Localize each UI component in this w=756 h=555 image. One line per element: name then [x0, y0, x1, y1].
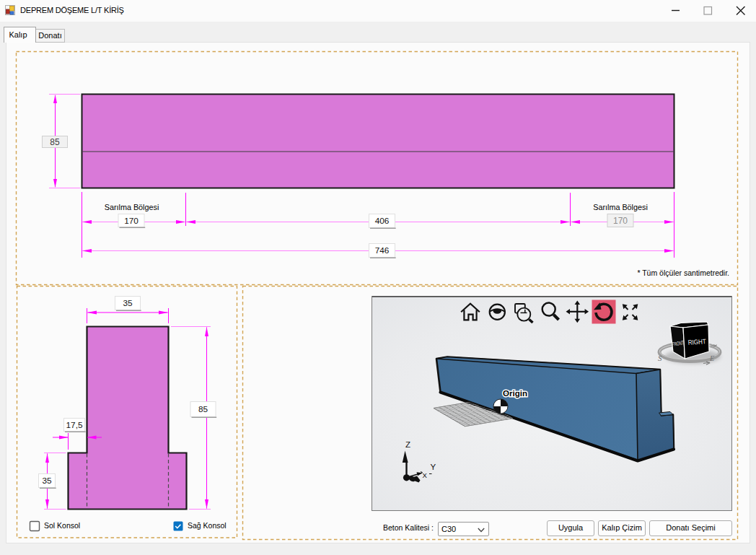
- svg-text:Sarılma Bölgesi: Sarılma Bölgesi: [593, 203, 648, 211]
- svg-text:Y: Y: [431, 463, 436, 471]
- svg-text:746: 746: [375, 245, 390, 255]
- svg-text:Origin: Origin: [503, 389, 527, 398]
- svg-text:* Tüm ölçüler santimetredir.: * Tüm ölçüler santimetredir.: [637, 268, 729, 277]
- svg-text:Sarılma Bölgesi: Sarılma Bölgesi: [105, 203, 159, 211]
- svg-text:X: X: [423, 471, 428, 479]
- svg-text:S: S: [658, 354, 662, 362]
- svg-text:170: 170: [124, 216, 139, 226]
- svg-text:RIGHT: RIGHT: [687, 337, 706, 346]
- svg-text:17,5: 17,5: [66, 420, 83, 430]
- svg-text:170: 170: [613, 216, 628, 226]
- svg-text:35: 35: [123, 298, 133, 308]
- svg-text:Z: Z: [405, 440, 410, 449]
- svg-text:85: 85: [198, 404, 208, 414]
- svg-text:85: 85: [50, 137, 60, 147]
- svg-text:406: 406: [375, 216, 390, 226]
- svg-text:E: E: [709, 354, 714, 362]
- svg-text:35: 35: [42, 476, 52, 486]
